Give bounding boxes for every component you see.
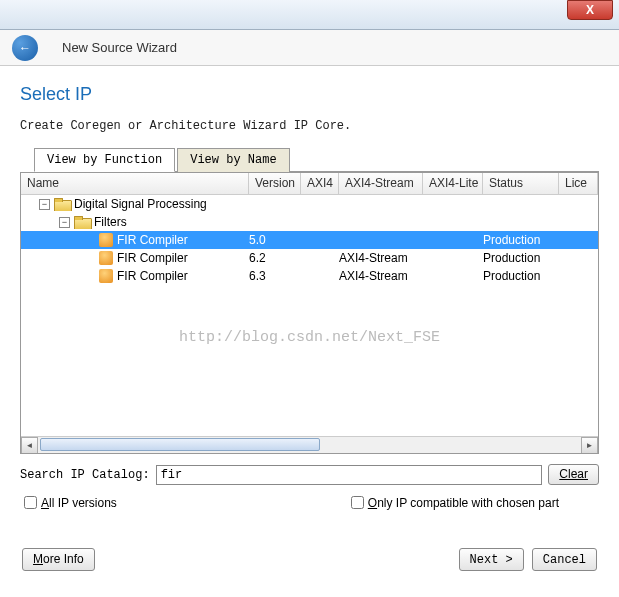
tree-node-filters[interactable]: − Filters <box>21 213 598 231</box>
tab-strip: View by Function View by Name <box>34 147 599 172</box>
col-header-axi4lite[interactable]: AXI4-Lite <box>423 173 483 194</box>
horizontal-scrollbar[interactable]: ◄ ► <box>21 436 598 453</box>
arrow-left-icon: ← <box>19 41 31 55</box>
tree-row-fir-50[interactable]: FIR Compiler 5.0 Production <box>21 231 598 249</box>
search-input[interactable] <box>156 465 543 485</box>
next-button[interactable]: Next > <box>459 548 524 571</box>
tree-row-fir-62[interactable]: FIR Compiler 6.2 AXI4-Stream Production <box>21 249 598 267</box>
tab-view-by-name[interactable]: View by Name <box>177 148 289 172</box>
search-row: Search IP Catalog: Clear <box>20 464 599 485</box>
col-header-name[interactable]: Name <box>21 173 249 194</box>
ip-icon <box>99 269 113 283</box>
ip-axi4s: AXI4-Stream <box>339 251 423 265</box>
collapse-icon[interactable]: − <box>59 217 70 228</box>
tree-node-label: Digital Signal Processing <box>74 197 207 211</box>
ip-name: FIR Compiler <box>117 269 188 283</box>
wizard-title: New Source Wizard <box>62 40 177 55</box>
only-compatible-checkbox[interactable]: Only IP compatible with chosen part <box>347 493 559 512</box>
col-header-axi4stream[interactable]: AXI4-Stream <box>339 173 423 194</box>
folder-icon <box>74 216 90 229</box>
scroll-right-icon[interactable]: ► <box>581 437 598 454</box>
scroll-left-icon[interactable]: ◄ <box>21 437 38 454</box>
wizard-buttons: More Info Next > Cancel <box>20 548 599 571</box>
col-header-license[interactable]: Lice <box>559 173 598 194</box>
window-titlebar: X <box>0 0 619 30</box>
back-button[interactable]: ← <box>12 35 38 61</box>
ip-icon <box>99 251 113 265</box>
all-versions-input[interactable] <box>24 496 37 509</box>
ip-axi4s: AXI4-Stream <box>339 269 423 283</box>
ip-status: Production <box>483 269 559 283</box>
wizard-header: ← New Source Wizard <box>0 30 619 66</box>
ip-tree-panel: Name Version AXI4 AXI4-Stream AXI4-Lite … <box>20 172 599 454</box>
col-header-status[interactable]: Status <box>483 173 559 194</box>
scroll-track[interactable] <box>38 437 581 454</box>
ip-icon <box>99 233 113 247</box>
ip-status: Production <box>483 251 559 265</box>
more-info-button[interactable]: More Info <box>22 548 95 571</box>
tree-row-fir-63[interactable]: FIR Compiler 6.3 AXI4-Stream Production <box>21 267 598 285</box>
tree-node-dsp[interactable]: − Digital Signal Processing <box>21 195 598 213</box>
close-icon: X <box>586 3 594 17</box>
page-subtitle: Create Coregen or Architecture Wizard IP… <box>20 119 599 133</box>
folder-icon <box>54 198 70 211</box>
ip-version: 6.3 <box>249 269 301 283</box>
page-heading: Select IP <box>20 84 599 105</box>
watermark-text: http://blog.csdn.net/Next_FSE <box>21 329 598 346</box>
wizard-content: Select IP Create Coregen or Architecture… <box>0 66 619 581</box>
ip-status: Production <box>483 233 559 247</box>
all-versions-checkbox[interactable]: All IP versions <box>20 493 117 512</box>
col-header-axi4[interactable]: AXI4 <box>301 173 339 194</box>
clear-button[interactable]: Clear <box>548 464 599 485</box>
tab-view-by-function[interactable]: View by Function <box>34 148 175 172</box>
ip-name: FIR Compiler <box>117 251 188 265</box>
options-row: All IP versions Only IP compatible with … <box>20 493 599 512</box>
search-label: Search IP Catalog: <box>20 468 150 482</box>
column-headers: Name Version AXI4 AXI4-Stream AXI4-Lite … <box>21 173 598 195</box>
only-compatible-input[interactable] <box>351 496 364 509</box>
collapse-icon[interactable]: − <box>39 199 50 210</box>
tree-body: − Digital Signal Processing − Filters FI… <box>21 195 598 435</box>
scroll-thumb[interactable] <box>40 438 320 451</box>
tree-node-label: Filters <box>94 215 127 229</box>
cancel-button[interactable]: Cancel <box>532 548 597 571</box>
col-header-version[interactable]: Version <box>249 173 301 194</box>
ip-version: 6.2 <box>249 251 301 265</box>
ip-name: FIR Compiler <box>117 233 188 247</box>
ip-version: 5.0 <box>249 233 301 247</box>
close-button[interactable]: X <box>567 0 613 20</box>
